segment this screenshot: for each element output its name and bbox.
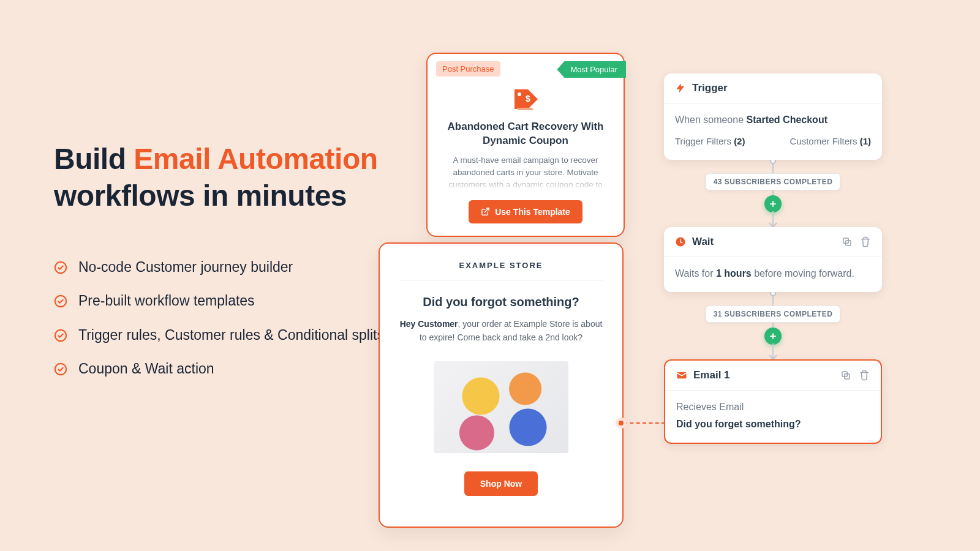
customer-filters[interactable]: Customer Filters (1)	[790, 134, 871, 149]
price-tag-icon: $	[510, 86, 541, 113]
node-title: Wait	[692, 236, 714, 248]
workflow-connector: 31 SUBSCRIBERS COMPLETED	[664, 292, 882, 343]
trigger-filters[interactable]: Trigger Filters (2)	[675, 134, 745, 149]
hero-post: workflows in minutes	[54, 179, 347, 212]
category-badge: Post Purchase	[436, 61, 500, 77]
duplicate-icon[interactable]	[840, 370, 851, 381]
divider	[398, 280, 604, 280]
email-node[interactable]: Email 1 Recieves Email Did you forget so…	[664, 359, 882, 444]
feature-item: No-code Customer journey builder	[54, 257, 385, 277]
duplicate-icon[interactable]	[842, 236, 853, 247]
wait-node[interactable]: Wait Waits for 1 hours before moving for…	[664, 227, 882, 293]
svg-text:$: $	[526, 94, 530, 103]
trash-icon[interactable]	[860, 236, 871, 247]
trigger-event: Started Checkout	[747, 114, 827, 125]
wait-duration: 1 hours	[716, 268, 752, 279]
feature-text: Coupon & Wait action	[78, 359, 214, 379]
check-circle-icon	[54, 294, 67, 308]
external-link-icon	[481, 207, 490, 216]
template-card[interactable]: Post Purchase Most Popular $ Abandoned C…	[426, 53, 625, 237]
template-description: A must-have email campaign to recover ab…	[441, 154, 610, 192]
feature-text: Trigger rules, Customer rules & Conditio…	[78, 325, 384, 345]
subscribers-completed-chip: 43 SUBSCRIBERS COMPLETED	[706, 173, 841, 190]
connector-dot	[616, 418, 627, 429]
lightning-icon	[675, 83, 686, 94]
node-title: Trigger	[692, 82, 728, 94]
subscribers-completed-chip: 31 SUBSCRIBERS COMPLETED	[706, 305, 841, 323]
email-body: Hey Customer, your order at Example Stor…	[398, 318, 604, 344]
feature-item: Pre-built workflow templates	[54, 291, 385, 311]
workflow-connector: 43 SUBSCRIBERS COMPLETED	[664, 160, 882, 211]
email-greeting: Hey Customer	[400, 319, 458, 329]
most-popular-ribbon: Most Popular	[557, 61, 626, 78]
wait-text-post: before moving forward.	[752, 268, 854, 279]
template-title: Abandoned Cart Recovery With Dynamic Cou…	[441, 120, 610, 148]
email-subtitle: Recieves Email	[676, 399, 870, 415]
feature-item: Trigger rules, Customer rules & Conditio…	[54, 325, 385, 345]
svg-point-4	[518, 92, 521, 96]
feature-item: Coupon & Wait action	[54, 359, 385, 379]
hero-pre: Build	[54, 143, 134, 175]
hero-headline: Build Email Automation workflows in minu…	[54, 141, 385, 214]
product-image	[434, 361, 568, 453]
store-name: EXAMPLE STORE	[398, 261, 604, 270]
add-step-button[interactable]	[764, 195, 782, 212]
mail-icon	[676, 370, 687, 381]
email-preview-card: EXAMPLE STORE Did you forgot something? …	[379, 242, 624, 528]
email-subject: Did you forget something?	[676, 419, 801, 429]
trash-icon[interactable]	[859, 370, 870, 381]
workflow-column: Trigger When someone Started Checkout Tr…	[664, 73, 882, 444]
use-template-button[interactable]: Use This Template	[469, 200, 582, 223]
check-circle-icon	[54, 261, 67, 274]
feature-text: No-code Customer journey builder	[78, 257, 293, 277]
hero-column: Build Email Automation workflows in minu…	[54, 141, 385, 392]
wait-text: Waits for	[675, 268, 716, 279]
shop-now-button[interactable]: Shop Now	[464, 471, 538, 496]
feature-text: Pre-built workflow templates	[78, 291, 255, 311]
check-circle-icon	[54, 329, 67, 342]
node-title: Email 1	[693, 369, 730, 381]
connector-dashed-line	[624, 422, 665, 424]
check-circle-icon	[54, 362, 67, 376]
clock-icon	[675, 236, 686, 247]
hero-accent: Email Automation	[134, 143, 377, 175]
trigger-text: When someone	[675, 114, 747, 125]
trigger-node[interactable]: Trigger When someone Started Checkout Tr…	[664, 73, 882, 160]
button-label: Use This Template	[495, 207, 570, 217]
email-heading: Did you forgot something?	[398, 295, 604, 309]
add-step-button[interactable]	[764, 328, 782, 345]
feature-list: No-code Customer journey builder Pre-bui…	[54, 257, 385, 379]
